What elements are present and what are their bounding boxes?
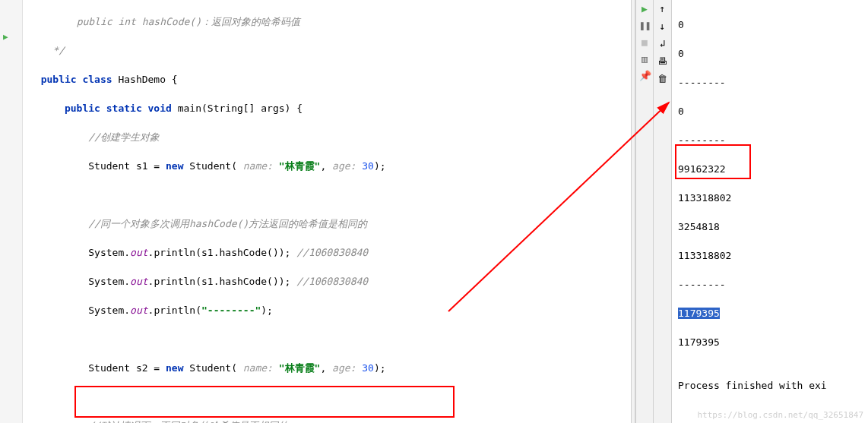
console-line: 3254818 [678, 219, 862, 234]
console-line: -------- [678, 75, 862, 90]
console-line: 113318802 [678, 248, 862, 263]
keyword: new [166, 362, 183, 374]
field: out [130, 305, 147, 316]
console-line: Process finished with exi [678, 378, 862, 393]
param-hint: age: [332, 362, 362, 374]
param-hint: name: [243, 160, 279, 172]
comment: //创建学生对象 [88, 131, 160, 143]
run-toolbar-right: ↑ ↓ ↲ 🖶 🗑 [654, 0, 672, 423]
code-text: .println( [148, 305, 201, 316]
param-hint: age: [332, 160, 362, 172]
up-icon[interactable]: ↑ [660, 3, 666, 14]
console-line: 99162322 [678, 162, 862, 176]
field: out [130, 276, 147, 287]
code-text: System. [88, 247, 130, 258]
number: 30 [362, 160, 374, 172]
keyword: public class [41, 74, 112, 85]
watermark: https://blog.csdn.net/qq_32651847 [697, 410, 863, 420]
class-name: HashDemo { [118, 74, 177, 85]
comment: //同一个对象多次调用hashCode()方法返回的哈希值是相同的 [88, 218, 367, 229]
code-text: ); [261, 305, 273, 316]
wrap-icon[interactable]: ↲ [660, 38, 666, 49]
console-line: -------- [678, 133, 862, 147]
keyword: new [166, 160, 183, 172]
code-text: .println(s1.hashCode()); [148, 276, 297, 287]
code-text: Student s2 = [88, 362, 166, 374]
comment: //1060830840 [296, 247, 368, 258]
string: "林青霞" [279, 160, 321, 172]
console-line: 1179395 [678, 335, 862, 349]
run-toolbar-left: ▶ ❚❚ ■ ▥ 📌 [635, 0, 654, 423]
comment: public int hashCode()：返回对象的哈希码值 [77, 16, 300, 27]
console-line: 0 [678, 104, 862, 118]
string: "林青霞" [279, 362, 321, 374]
console-line: 1179395 [678, 306, 862, 320]
comment: //1060830840 [296, 276, 368, 287]
code-text: , [320, 362, 332, 374]
layout-icon[interactable]: ▥ [639, 53, 650, 64]
editor-gutter: ▶ [0, 0, 23, 423]
run-gutter-icon[interactable]: ▶ [3, 32, 8, 42]
console-line: 0 [678, 17, 862, 32]
stop-icon[interactable]: ■ [639, 36, 650, 47]
editor-pane: ▶ public int hashCode()：返回对象的哈希码值 */ pub… [0, 0, 631, 423]
pause-icon[interactable]: ❚❚ [639, 20, 650, 30]
run-icon[interactable]: ▶ [639, 3, 650, 14]
console-line: -------- [678, 277, 862, 292]
code-text: Student( [184, 160, 243, 172]
param-hint: name: [243, 362, 279, 374]
code-text: ); [374, 160, 386, 172]
field: out [130, 247, 147, 258]
selected-text: 1179395 [678, 308, 720, 319]
code-text: ); [374, 362, 386, 374]
console-line: 113318802 [678, 191, 862, 205]
comment: */ [52, 45, 65, 56]
code-text: System. [88, 276, 130, 287]
run-tool-window: ▶ ❚❚ ■ ▥ 📌 ↑ ↓ ↲ 🖶 🗑 0 0 -------- 0 ----… [635, 0, 868, 423]
comment: //默认情况下，不同对象的哈希值是不相同的 [88, 420, 288, 423]
method-sig: main(String[] args) { [178, 103, 303, 114]
code-text: , [320, 160, 332, 172]
code-text: Student( [184, 362, 243, 374]
number: 30 [362, 362, 374, 374]
keyword: public static void [65, 103, 172, 114]
code-area[interactable]: public int hashCode()：返回对象的哈希码值 */ publi… [23, 0, 631, 423]
down-icon[interactable]: ↓ [660, 21, 666, 32]
code-text: Student s1 = [88, 160, 166, 172]
print-icon[interactable]: 🖶 [657, 55, 667, 67]
code-text: System. [88, 305, 130, 316]
trash-icon[interactable]: 🗑 [657, 73, 667, 84]
pin-icon[interactable]: 📌 [639, 70, 650, 80]
console-output[interactable]: 0 0 -------- 0 -------- 99162322 1133188… [672, 0, 868, 423]
console-line: 0 [678, 46, 862, 61]
string: "--------" [201, 305, 261, 316]
code-text: .println(s1.hashCode()); [148, 247, 297, 258]
